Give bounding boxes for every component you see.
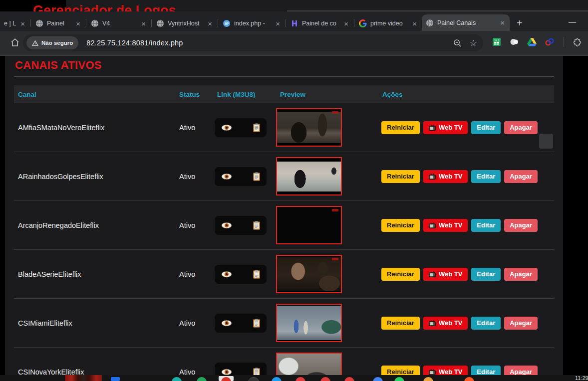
eye-icon[interactable] <box>221 369 232 376</box>
close-icon[interactable]: × <box>275 20 281 27</box>
table-row: AMfiaSMataNoVeroEliteflix Ativo Reinicia… <box>14 103 554 152</box>
security-badge[interactable]: Não seguro <box>26 36 78 49</box>
editar-button[interactable]: Editar <box>471 219 501 232</box>
reiniciar-button[interactable]: Reiniciar <box>381 268 420 281</box>
apagar-button[interactable]: Apagar <box>504 268 538 281</box>
links-extension-icon[interactable] <box>545 38 554 46</box>
webtv-button[interactable]: Web TV <box>423 170 468 183</box>
taskbar-icon[interactable] <box>197 377 207 381</box>
channel-name: CSIMiamiEliteflix <box>14 319 175 327</box>
apagar-button[interactable]: Apagar <box>504 219 538 232</box>
tab-painel-canais-active[interactable]: Painel Canais × <box>422 14 510 31</box>
eye-icon[interactable] <box>221 320 232 327</box>
taskbar-icon[interactable] <box>464 377 474 381</box>
sheets-extension-icon[interactable]: XLS <box>492 37 501 46</box>
tv-icon <box>429 271 436 277</box>
tab-painel[interactable]: Painel × <box>31 16 85 31</box>
tab-v4[interactable]: V4 × <box>87 16 151 31</box>
reiniciar-button[interactable]: Reiniciar <box>381 219 420 232</box>
m3u8-link-box[interactable] <box>215 216 267 235</box>
page-viewport: CANAIS ATIVOS Canal Status Link (M3U8) P… <box>0 56 588 381</box>
channel-status: Ativo <box>175 221 213 229</box>
eye-icon[interactable] <box>221 222 232 229</box>
address-bar[interactable]: Não seguro 82.25.75.124:8081/index.php ☆ <box>23 34 483 51</box>
url-text: 82.25.75.124:8081/index.php <box>86 39 183 47</box>
preview-thumbnail[interactable] <box>276 206 342 244</box>
home-icon[interactable] <box>10 37 20 47</box>
channel-status: Ativo <box>175 173 213 181</box>
webtv-button[interactable]: Web TV <box>423 268 468 281</box>
taskbar-icon[interactable] <box>320 377 330 381</box>
editar-button[interactable]: Editar <box>471 121 501 134</box>
tab-indexphp[interactable]: index.php - × <box>219 16 285 31</box>
drive-extension-icon[interactable] <box>527 38 537 46</box>
preview-thumbnail[interactable] <box>276 304 342 342</box>
m3u8-link-box[interactable] <box>215 167 267 186</box>
col-acoes: Ações <box>378 91 554 98</box>
clipboard-icon[interactable] <box>253 172 260 181</box>
clipboard-icon[interactable] <box>253 270 260 279</box>
screen: Gerenciador de Logos e | Liv × Painel × … <box>0 0 588 381</box>
close-icon[interactable]: × <box>207 20 213 27</box>
reiniciar-button[interactable]: Reiniciar <box>381 170 420 183</box>
apagar-button[interactable]: Apagar <box>504 121 538 134</box>
page-title: CANAIS ATIVOS <box>15 59 563 72</box>
editar-button[interactable]: Editar <box>471 170 501 183</box>
channel-status: Ativo <box>175 270 213 278</box>
channel-logo-mark <box>332 209 338 211</box>
clipboard-icon[interactable] <box>253 221 260 230</box>
close-icon[interactable]: × <box>343 20 349 27</box>
eye-icon[interactable] <box>221 271 232 278</box>
taskbar-clock: 11:29 <box>575 375 588 381</box>
webtv-button[interactable]: Web TV <box>423 317 468 330</box>
clipboard-icon[interactable] <box>253 123 260 132</box>
webtv-button[interactable]: Web TV <box>423 121 468 134</box>
taskbar-icon[interactable] <box>344 377 354 381</box>
close-icon[interactable]: × <box>411 20 418 27</box>
taskbar-icon[interactable] <box>111 377 120 381</box>
close-icon[interactable]: × <box>140 20 147 27</box>
editar-button[interactable]: Editar <box>471 317 501 330</box>
blob-extension-icon[interactable] <box>510 37 519 46</box>
zoom-out-icon[interactable] <box>453 39 462 47</box>
close-icon[interactable]: × <box>19 20 26 27</box>
new-tab-button[interactable]: + <box>517 18 523 28</box>
minimize-button[interactable]: — <box>569 17 576 26</box>
m3u8-link-box[interactable] <box>215 314 267 333</box>
editar-button[interactable]: Editar <box>471 268 501 281</box>
preview-thumbnail[interactable] <box>276 255 342 293</box>
taskbar-icon[interactable] <box>394 377 404 381</box>
tab-live[interactable]: e | Liv × <box>0 16 30 31</box>
preview-thumbnail[interactable] <box>276 157 342 195</box>
taskbar-icon[interactable] <box>248 377 259 381</box>
tab-painel-de-controle[interactable]: Painel de co × <box>287 16 353 31</box>
col-preview: Preview <box>276 91 378 98</box>
eye-icon[interactable] <box>221 173 232 180</box>
col-canal: Canal <box>14 91 175 98</box>
extensions-puzzle-icon[interactable] <box>573 38 581 46</box>
taskbar-icon[interactable] <box>423 377 433 381</box>
preview-thumbnail[interactable] <box>276 108 342 147</box>
webtv-button[interactable]: Web TV <box>423 219 468 232</box>
close-icon[interactable]: × <box>75 20 81 27</box>
eye-icon[interactable] <box>221 124 232 131</box>
clipboard-icon[interactable] <box>253 319 260 328</box>
m3u8-link-box[interactable] <box>215 118 267 137</box>
reiniciar-button[interactable]: Reiniciar <box>381 317 420 330</box>
channel-name: AMfiaSMataNoVeroEliteflix <box>14 124 175 132</box>
bookmark-star-icon[interactable]: ☆ <box>470 39 477 47</box>
taskbar-icon[interactable] <box>295 377 305 381</box>
taskbar-icon[interactable] <box>272 377 282 381</box>
apagar-button[interactable]: Apagar <box>504 317 538 330</box>
m3u8-link-box[interactable] <box>215 265 267 284</box>
scrollbar-thumb[interactable] <box>539 134 553 149</box>
tab-vyntrixhost[interactable]: VyntrixHost × <box>152 16 217 31</box>
apagar-button[interactable]: Apagar <box>504 170 538 183</box>
taskbar-icon[interactable] <box>172 377 182 381</box>
reiniciar-button[interactable]: Reiniciar <box>381 121 420 134</box>
taskbar-curtain-thumbnail[interactable] <box>65 375 102 381</box>
taskbar-icon[interactable] <box>373 377 383 381</box>
tab-prime-video[interactable]: prime video × <box>355 16 422 31</box>
close-icon[interactable]: × <box>499 19 506 26</box>
google-icon <box>359 19 367 27</box>
